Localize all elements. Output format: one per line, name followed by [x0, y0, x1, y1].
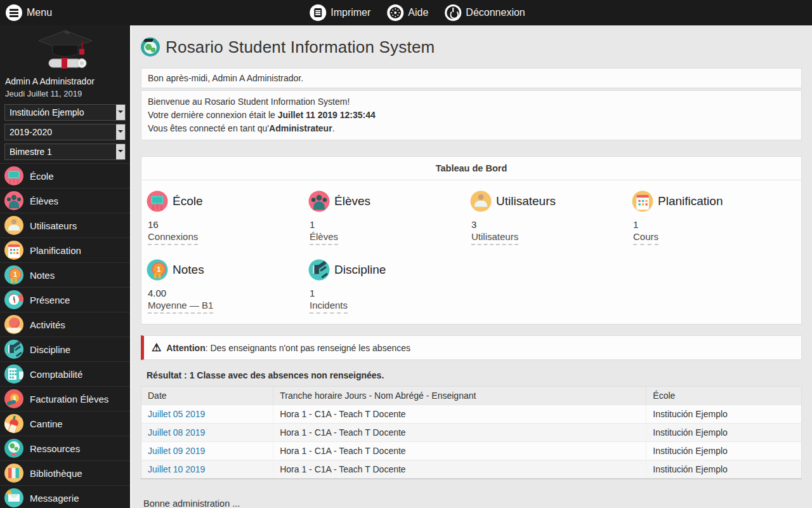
year-select[interactable]: 2019-2020: [4, 124, 126, 140]
sidebar-item-eleves[interactable]: Élèves: [0, 189, 130, 213]
welcome-line3: Vous êtes connecté en tant qu'Administra…: [148, 122, 795, 135]
topbar: Menu Imprimer Aide Déconnexion: [0, 0, 812, 25]
period-cell: Hora 1 - C1A - Teach T Docente: [273, 442, 646, 460]
sidebar-item-label: Ressources: [30, 443, 80, 454]
help-button[interactable]: Aide: [387, 4, 428, 21]
activities-icon: [4, 315, 23, 334]
warning-text: Attention: Des enseignants n'ont pas ren…: [166, 343, 410, 353]
sidebar-item-utilisateurs[interactable]: Utilisateurs: [0, 213, 130, 238]
sidebar-item-cantine[interactable]: Cantine: [0, 411, 130, 436]
year-select-value: 2019-2020: [10, 127, 52, 137]
sidebar-item-label: Cantine: [30, 418, 63, 429]
page-title: Rosario Student Information System: [166, 37, 435, 57]
sidebar-item-comptabilite[interactable]: Comptabilité: [0, 362, 130, 387]
school-cell: Institución Ejemplo: [646, 442, 802, 460]
sidebar-item-facturation[interactable]: Facturation Élèves: [0, 387, 130, 411]
stat-label: Connexions: [148, 231, 198, 245]
sidebar-item-label: Comptabilité: [30, 369, 82, 380]
chevron-down-icon: [116, 124, 125, 140]
sidebar-item-label: Messagerie: [30, 493, 79, 504]
grades-icon: [4, 265, 23, 284]
users-icon: [471, 191, 492, 212]
date-link[interactable]: Juillet 05 2019: [148, 409, 205, 419]
period-select[interactable]: Bimestre 1: [4, 144, 126, 160]
main-content: Rosario Student Information System Bon a…: [130, 25, 812, 508]
sidebar-item-ecole[interactable]: École: [0, 164, 130, 189]
resources-icon: [4, 439, 23, 458]
students-icon: [4, 191, 23, 210]
stat-notes: Notes 4.00 Moyenne — B1: [148, 260, 310, 314]
chevron-down-icon: [116, 144, 125, 159]
sidebar-item-bibliotheque[interactable]: Bibliothèque: [0, 461, 130, 486]
menu-button[interactable]: Menu: [6, 4, 52, 21]
table-row: Juillet 09 2019 Hora 1 - C1A - Teach T D…: [141, 442, 802, 460]
date-link[interactable]: Juillet 10 2019: [148, 464, 205, 474]
greeting-box: Bon après-midi, Admin A Administrador.: [141, 68, 802, 88]
library-icon: [4, 464, 23, 483]
table-row: Juillet 05 2019 Hora 1 - C1A - Teach T D…: [141, 405, 802, 424]
header-date: Date: [141, 387, 273, 405]
stat-title: Notes: [173, 263, 204, 277]
stat-label: Cours: [633, 231, 658, 245]
print-icon: [310, 4, 326, 21]
stat-planification: Planification 1 Cours: [633, 192, 795, 245]
dashboard-title: Tableau de Bord: [141, 157, 801, 180]
topbar-actions: Imprimer Aide Déconnexion: [310, 4, 525, 21]
discipline-icon: [309, 260, 330, 281]
stat-value: 1: [310, 288, 471, 298]
stat-value: 4.00: [148, 288, 310, 298]
sidebar-item-discipline[interactable]: Discipline: [0, 337, 130, 362]
scheduling-icon: [4, 241, 23, 260]
stat-value: 1: [633, 219, 795, 230]
attendance-icon: [4, 290, 23, 309]
print-button[interactable]: Imprimer: [310, 4, 370, 21]
header-period: Tranche horaire Jours - Nom Abrégé - Ens…: [273, 387, 646, 405]
sidebar-item-planification[interactable]: Planification: [0, 238, 130, 263]
stat-label: Moyenne — B1: [148, 300, 213, 314]
dashboard-panel: Tableau de Bord École 16 Connexions Élèv…: [141, 156, 802, 324]
graduation-cap-logo: [32, 30, 98, 72]
school-select-value: Institución Ejemplo: [10, 107, 84, 117]
sidebar-item-notes[interactable]: Notes: [0, 263, 130, 288]
footer-message: Bonne administration ...: [141, 498, 802, 508]
discipline-icon: [4, 340, 23, 359]
current-date: Jeudi Juillet 11, 2019: [0, 86, 130, 98]
sidebar: Admin A Administrador Jeudi Juillet 11, …: [0, 25, 130, 508]
school-icon: [147, 191, 168, 212]
scheduling-icon: [632, 191, 653, 212]
sidebar-item-label: Activités: [30, 319, 65, 330]
sidebar-item-messagerie[interactable]: Messagerie: [0, 486, 130, 508]
hamburger-icon: [6, 4, 22, 21]
stat-discipline: Discipline 1 Incidents: [310, 260, 471, 314]
messaging-icon: [4, 488, 23, 507]
chevron-down-icon: [116, 105, 125, 120]
stat-title: Discipline: [334, 263, 386, 277]
date-link[interactable]: Juillet 08 2019: [148, 427, 205, 438]
stat-eleves: Élèves 1 Élèves: [310, 192, 471, 245]
help-label: Aide: [408, 7, 428, 18]
sidebar-item-activites[interactable]: Activités: [0, 312, 130, 337]
sidebar-item-label: Élèves: [30, 196, 58, 206]
accounting-icon: [4, 364, 23, 384]
sidebar-item-label: Facturation Élèves: [30, 394, 108, 404]
sidebar-item-label: Planification: [30, 245, 81, 256]
globe-logo-icon: [141, 37, 160, 57]
welcome-box: Bienvenue au Rosario Student Information…: [141, 90, 802, 140]
sidebar-item-ressources[interactable]: Ressources: [0, 436, 130, 461]
sidebar-item-label: Présence: [30, 295, 70, 305]
period-cell: Hora 1 - C1A - Teach T Docente: [273, 460, 646, 479]
logout-button[interactable]: Déconnexion: [445, 4, 525, 21]
stat-ecole: École 16 Connexions: [148, 192, 310, 245]
sidebar-item-presence[interactable]: Présence: [0, 288, 130, 312]
welcome-line1: Bienvenue au Rosario Student Information…: [148, 95, 795, 109]
date-link[interactable]: Juillet 09 2019: [148, 446, 205, 456]
welcome-line2: Votre dernière connexion était le Juille…: [148, 109, 795, 122]
students-icon: [309, 191, 330, 212]
print-label: Imprimer: [331, 7, 370, 18]
stat-label: Élèves: [310, 231, 338, 245]
stat-title: Élèves: [334, 194, 370, 208]
sidebar-selects: Institución Ejemplo 2019-2020 Bimestre 1: [0, 104, 130, 160]
stat-utilisateurs: Utilisateurs 3 Utilisateurs: [471, 192, 633, 245]
school-select[interactable]: Institución Ejemplo: [4, 104, 126, 121]
school-cell: Institución Ejemplo: [646, 424, 802, 442]
